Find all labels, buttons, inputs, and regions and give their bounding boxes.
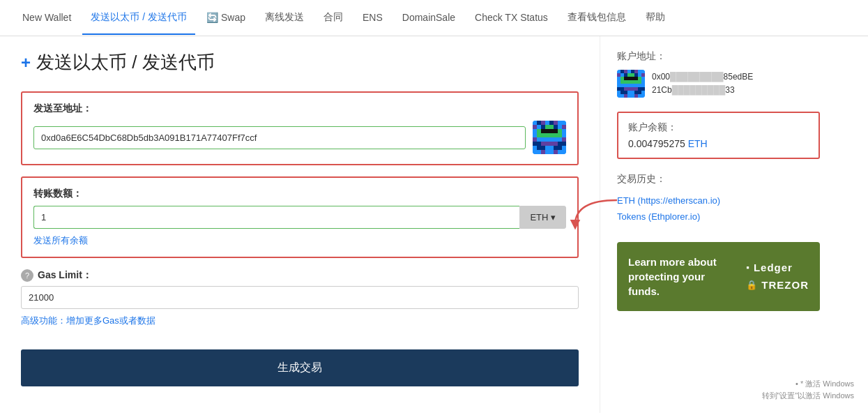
trezor-icon: 🔒 [746, 280, 757, 290]
svg-rect-32 [620, 70, 624, 73]
svg-rect-48 [617, 87, 624, 91]
eth-history-link[interactable]: ETH (https://etherscan.io) [617, 193, 820, 209]
balance-value: 0.004795275 ETH [628, 138, 809, 149]
advanced-link[interactable]: 高级功能：增加更多Gas或者数据 [21, 315, 155, 327]
send-all-link[interactable]: 发送所有余额 [33, 234, 88, 247]
nav-send-eth[interactable]: 发送以太币 / 发送代币 [82, 1, 195, 35]
svg-rect-2 [541, 121, 545, 125]
nav-offline-send[interactable]: 离线发送 [257, 1, 312, 35]
page-title: + 发送以太币 / 发送代币 [21, 50, 579, 75]
nav-contract[interactable]: 合同 [315, 1, 351, 35]
svg-rect-22 [541, 142, 558, 146]
gas-label: Gas Limit： [38, 269, 92, 282]
svg-rect-11 [537, 129, 541, 133]
balance-section: 账户余额： 0.004795275 ETH [617, 112, 820, 159]
page-title-plus: + [21, 53, 31, 73]
svg-rect-30 [554, 150, 558, 154]
svg-rect-7 [545, 125, 549, 129]
svg-rect-20 [562, 137, 566, 142]
address-row [33, 121, 566, 154]
account-address-line2: 21Cb█████████33 [652, 84, 753, 97]
svg-rect-12 [541, 129, 549, 133]
svg-rect-38 [627, 73, 631, 77]
history-section: 交易历史： ETH (https://etherscan.io) Tokens … [617, 173, 820, 225]
svg-rect-4 [554, 121, 558, 125]
generate-tx-button[interactable]: 生成交易 [21, 349, 579, 386]
svg-rect-46 [620, 80, 641, 84]
svg-rect-41 [641, 73, 645, 77]
page-title-text: 发送以太币 / 发送代币 [36, 50, 215, 75]
svg-rect-53 [624, 94, 627, 98]
trezor-label: TREZOR [761, 279, 809, 291]
to-address-label: 发送至地址： [33, 103, 566, 115]
ledger-brand[interactable]: ▪ Ledger [746, 262, 793, 273]
token-history-link[interactable]: Tokens (Ethplorer.io) [617, 209, 820, 225]
svg-rect-28 [541, 150, 545, 154]
gas-label-row: ? Gas Limit： [21, 269, 579, 282]
amount-section: 转账数额： ETH ▾ 发送所有余额 [21, 176, 579, 258]
ledger-label: Ledger [754, 262, 793, 273]
balance-amount: 0.004795275 [628, 138, 685, 149]
amount-label: 转账数额： [33, 188, 566, 200]
svg-rect-35 [634, 70, 638, 73]
main-container: + 发送以太币 / 发送代币 发送至地址： [0, 36, 868, 413]
account-row: 0x00█████████85edBE 21Cb█████████33 [617, 70, 820, 98]
svg-rect-52 [634, 91, 641, 94]
svg-rect-43 [624, 77, 631, 80]
svg-rect-15 [533, 133, 537, 137]
nav-check-tx[interactable]: Check TX Status [466, 2, 556, 34]
to-address-input[interactable] [33, 126, 526, 149]
left-panel: + 发送以太币 / 发送代币 发送至地址： [0, 36, 600, 413]
trezor-brand[interactable]: 🔒 TREZOR [746, 279, 809, 291]
nav-swap[interactable]: 🔄 Swap [198, 2, 254, 34]
svg-rect-26 [554, 146, 562, 150]
nav-wallet-info[interactable]: 查看钱包信息 [559, 1, 634, 35]
currency-dropdown[interactable]: ETH ▾ [519, 206, 566, 229]
svg-rect-24 [533, 146, 537, 150]
svg-rect-29 [545, 150, 554, 154]
gas-help-icon[interactable]: ? [21, 269, 33, 282]
amount-row: ETH ▾ [33, 206, 566, 229]
main-nav: New Wallet 发送以太币 / 发送代币 🔄 Swap 离线发送 合同 E… [0, 0, 868, 36]
address-avatar [533, 121, 566, 154]
svg-rect-14 [558, 129, 562, 133]
nav-ens[interactable]: ENS [354, 2, 391, 34]
svg-rect-3 [549, 121, 554, 125]
svg-rect-47 [620, 84, 641, 87]
watermark-line1: • * 激活 Windows [762, 378, 855, 390]
amount-input[interactable] [33, 206, 519, 229]
svg-rect-9 [554, 125, 558, 129]
ledger-icon: ▪ [746, 262, 749, 273]
account-address-value: 0x00█████████85edBE 21Cb█████████33 [652, 70, 753, 97]
svg-rect-44 [631, 77, 638, 80]
watermark-line2: 转到"设置"以激活 Windows [762, 390, 855, 402]
svg-rect-1 [537, 121, 541, 125]
svg-rect-5 [533, 125, 537, 129]
svg-rect-37 [624, 73, 627, 77]
svg-rect-23 [558, 142, 566, 146]
account-section: 账户地址： [617, 50, 820, 98]
balance-currency[interactable]: ETH [688, 138, 708, 149]
svg-rect-21 [533, 142, 541, 146]
svg-rect-39 [631, 73, 634, 77]
ad-brands: ▪ Ledger 🔒 TREZOR [746, 262, 809, 291]
ad-text: Learn more about protecting your funds. [628, 255, 738, 299]
svg-rect-40 [634, 73, 638, 77]
svg-rect-45 [638, 77, 641, 80]
svg-rect-18 [533, 137, 537, 142]
svg-rect-33 [624, 70, 627, 73]
svg-rect-34 [631, 70, 634, 73]
nav-new-wallet[interactable]: New Wallet [14, 2, 79, 34]
svg-rect-17 [562, 133, 566, 137]
gas-section: ? Gas Limit： 高级功能：增加更多Gas或者数据 [21, 269, 579, 327]
account-address-label: 账户地址： [617, 50, 820, 63]
svg-rect-42 [620, 77, 624, 80]
nav-domain-sale[interactable]: DomainSale [394, 2, 464, 34]
history-label: 交易历史： [617, 173, 820, 186]
nav-help[interactable]: 帮助 [637, 1, 673, 35]
svg-rect-27 [562, 146, 566, 150]
svg-rect-10 [562, 125, 566, 129]
svg-rect-13 [549, 129, 558, 133]
gas-input[interactable] [21, 286, 579, 309]
svg-rect-49 [624, 87, 638, 91]
